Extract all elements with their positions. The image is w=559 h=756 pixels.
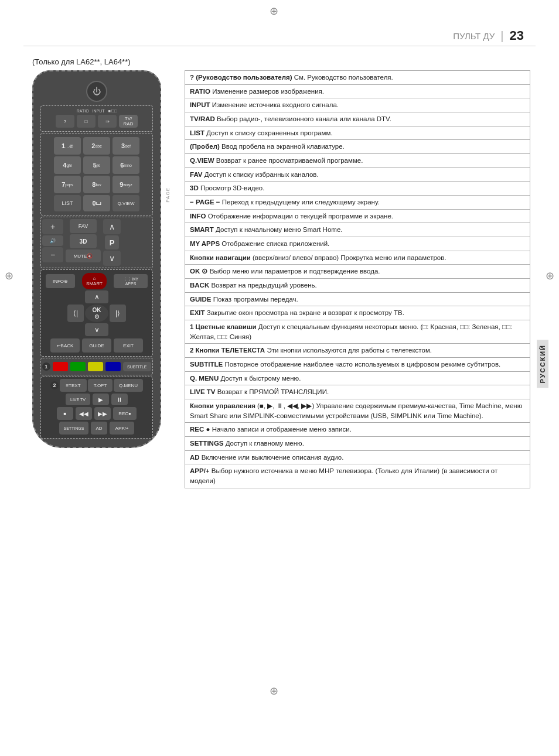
- settings-button[interactable]: SETTINGS: [59, 422, 88, 435]
- user-guide-button[interactable]: ?: [56, 115, 74, 128]
- remote-body: ⏻ RATIO INPUT ■/□□ ? □ ⇒ TV/RAD: [32, 70, 161, 448]
- annotation-cell: GUIDE Показ программы передач.: [185, 292, 530, 306]
- annotation-text: (вверх/вниз/ влево/ вправо) Прокрутка ме…: [253, 254, 446, 261]
- nav-up-button[interactable]: ∧: [85, 290, 108, 303]
- power-button[interactable]: ⏻: [86, 81, 107, 102]
- live-tv-button[interactable]: LIVE TV: [66, 394, 90, 405]
- annotation-text: Возврат к ранее просматриваемой программ…: [216, 157, 363, 164]
- yellow-button[interactable]: [88, 362, 103, 371]
- smart-button[interactable]: ⌂SMART: [82, 273, 107, 289]
- annotation-row: TV/RAD Выбор радио-, телевизионного кана…: [185, 112, 530, 126]
- page-vertical-label: PAGE: [165, 187, 171, 203]
- ok-button[interactable]: OK⊙: [85, 305, 108, 322]
- nav-down-button[interactable]: ∨: [85, 323, 108, 336]
- annotation-cell: BACK Возврат на предыдущий уровень.: [185, 279, 530, 293]
- pause-button[interactable]: ⏸: [111, 394, 128, 405]
- annotation-key: 1 Цветные клавиши: [190, 323, 258, 330]
- annotation-cell: TV/RAD Выбор радио-, телевизионного кана…: [185, 112, 530, 126]
- annotation-cell: INFO Отображение информации о текущей пр…: [185, 209, 530, 223]
- annotation-row: 2 Кнопки ТЕЛЕТЕКСТА Эти кнопки использую…: [185, 344, 530, 358]
- qview-button[interactable]: Q.VIEW: [113, 195, 139, 211]
- play-button[interactable]: ▶: [93, 394, 109, 405]
- num5-button[interactable]: 5jkl: [83, 156, 110, 174]
- annotation-key: SUBTITLE: [190, 361, 224, 368]
- num1-button[interactable]: 1…@: [54, 137, 81, 155]
- exit-button[interactable]: EXIT: [114, 338, 143, 353]
- vol-up-button[interactable]: +: [42, 219, 63, 234]
- num9-button[interactable]: 9wxyz: [113, 176, 139, 193]
- num8-button[interactable]: 8tuv: [83, 176, 110, 193]
- annotation-key: LIST: [190, 129, 206, 136]
- nav-left-button[interactable]: ⟨|: [67, 305, 84, 322]
- annotation-row: Q. MENU Доступ к быстрому меню.: [185, 371, 530, 385]
- annotation-key: Кнопки управления: [190, 402, 257, 409]
- subtitle-button[interactable]: SUBTITLE: [123, 362, 151, 371]
- annotation-text: Начало записи и отображение меню записи.: [212, 426, 352, 433]
- annotation-key: FAV: [190, 171, 204, 178]
- num7-button[interactable]: 7pqrs: [54, 176, 81, 193]
- annotation-cell: AD Включение или выключение описания ауд…: [185, 450, 530, 464]
- info-button[interactable]: INFO⊕: [46, 274, 75, 288]
- annotation-cell: Q.VIEW Возврат к ранее просматриваемой п…: [185, 154, 530, 168]
- num0-button[interactable]: 0 ⌴: [83, 195, 110, 211]
- annotation-text: Доступ к списку сохраненных программ.: [206, 129, 332, 136]
- red-button[interactable]: [53, 362, 68, 371]
- annotation-row: Кнопки навигации (вверх/вниз/ влево/ впр…: [185, 251, 530, 265]
- page-title-separator: |: [500, 29, 503, 43]
- guide-button[interactable]: GUIDE: [82, 338, 111, 353]
- annotation-cell: OK ⊙ Выбор меню или параметров и подтвер…: [185, 265, 530, 279]
- ch-up-button[interactable]: ∧: [103, 219, 121, 234]
- q-menu-button[interactable]: Q.MENU: [114, 379, 143, 392]
- text-button[interactable]: ≡TEXT: [60, 379, 87, 392]
- annotation-cell: Кнопки навигации (вверх/вниз/ влево/ впр…: [185, 251, 530, 265]
- numpad-section: 1…@ 2abc 3def 4ghi 5jkl 6mno 7pqrs 8tuv …: [40, 133, 153, 215]
- tv-rad-button[interactable]: TV/RAD: [119, 115, 138, 128]
- nav-section: INFO⊕ ⌂SMART ⋮⋮ MYAPPS ∧ ⟨| OK⊙ |⟩ ∨: [40, 269, 153, 357]
- 3d-button[interactable]: 3D: [70, 234, 97, 248]
- rew-button[interactable]: ◀◀: [76, 407, 92, 420]
- top-function-section: RATIO INPUT ■/□□ ? □ ⇒ TV/RAD: [40, 105, 153, 132]
- nav-right-button[interactable]: |⟩: [110, 305, 126, 322]
- ch-dn-button[interactable]: ∨: [103, 251, 121, 266]
- num2-button[interactable]: 2abc: [83, 137, 110, 155]
- blue-button[interactable]: [105, 362, 121, 371]
- annotation-cell: SETTINGS Доступ к главному меню.: [185, 437, 530, 451]
- annotation-key: SETTINGS: [190, 440, 226, 447]
- green-button[interactable]: [70, 362, 86, 371]
- annotation-key: OK ⊙: [190, 268, 210, 275]
- annotation-key: TV/RAD: [190, 115, 217, 122]
- num6-button[interactable]: 6mno: [113, 156, 139, 174]
- num3-button[interactable]: 3def: [113, 137, 139, 155]
- app-button[interactable]: APP/+: [110, 422, 134, 435]
- annotation-key: 3D: [190, 184, 200, 191]
- annotation-cell: LIST Доступ к списку сохраненных програм…: [185, 126, 530, 140]
- rec-button[interactable]: REC●: [113, 407, 137, 420]
- ff-button[interactable]: ▶▶: [94, 407, 111, 420]
- stop-button[interactable]: ■: [57, 407, 73, 420]
- tvrad-label: ■/□□: [108, 109, 117, 113]
- top-rule: [23, 46, 536, 46]
- p-label: P: [105, 235, 119, 249]
- vol-dn-button[interactable]: −: [42, 247, 63, 262]
- num4-button[interactable]: 4ghi: [54, 156, 81, 174]
- crosshair-top: ⊕: [270, 5, 278, 18]
- back-button[interactable]: ↩BACK: [50, 338, 80, 353]
- annotation-row: LIVE TV Возврат к ПРЯМОЙ ТРАНСЛЯЦИИ.: [185, 385, 530, 399]
- input-button[interactable]: ⇒: [98, 115, 117, 128]
- ratio-button[interactable]: □: [77, 115, 96, 128]
- list-button[interactable]: LIST: [54, 195, 81, 211]
- annotation-key: Q.VIEW: [190, 157, 216, 164]
- annotation-cell: INPUT Изменение источника входного сигна…: [185, 98, 530, 112]
- annotation-row: MY APPS Отображение списка приложений.: [185, 237, 530, 251]
- fav-button[interactable]: FAV: [70, 219, 97, 233]
- section-label-2: 2: [50, 381, 59, 389]
- crosshair-bottom: ⊕: [270, 685, 278, 697]
- annotation-row: AD Включение или выключение описания ауд…: [185, 450, 530, 464]
- annotation-text: Выбор меню или параметров и подтверждени…: [210, 268, 380, 275]
- annotation-cell: − PAGE − Переход к предыдущему или следу…: [185, 196, 530, 210]
- ad-button[interactable]: AD: [91, 422, 107, 435]
- annotation-text: Закрытие окон просмотра на экране и возв…: [207, 309, 404, 316]
- my-apps-button[interactable]: ⋮⋮ MYAPPS: [114, 274, 148, 288]
- t-opt-button[interactable]: T.OPT: [88, 379, 113, 392]
- mute-button[interactable]: MUTE🔇: [66, 249, 101, 262]
